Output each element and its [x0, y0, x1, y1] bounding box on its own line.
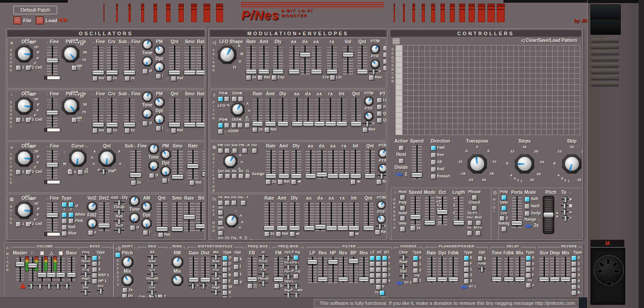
seq-cell[interactable]	[425, 96, 430, 101]
rate-slider[interactable]	[266, 149, 276, 179]
slider-handle[interactable]	[327, 173, 339, 178]
seq-cell[interactable]	[419, 113, 424, 118]
seq-cell[interactable]	[553, 57, 557, 62]
smo-slider[interactable]	[172, 149, 183, 180]
k-checkbox[interactable]	[233, 257, 239, 262]
mini-slider-handle[interactable]	[30, 283, 33, 289]
soft-checkbox[interactable]	[524, 197, 530, 202]
seq-cell[interactable]	[569, 68, 574, 73]
seq-cell[interactable]	[486, 62, 491, 68]
seq-cell[interactable]	[458, 96, 463, 101]
seq-cell[interactable]	[419, 68, 424, 73]
x-checkbox[interactable]	[143, 230, 148, 235]
seq-cell[interactable]	[508, 68, 513, 73]
x-checkbox[interactable]	[349, 231, 354, 237]
seq-cell[interactable]	[408, 102, 413, 107]
alt-checkbox[interactable]	[431, 160, 436, 165]
mini-slider[interactable]	[369, 70, 378, 74]
slider-handle[interactable]	[307, 259, 318, 264]
checkbox[interactable]	[400, 205, 405, 211]
seq-cell[interactable]	[408, 51, 413, 57]
seq-cell[interactable]	[519, 107, 524, 112]
mix-slider[interactable]	[561, 256, 570, 283]
1-checkbox[interactable]	[16, 117, 21, 123]
mini-slider[interactable]	[284, 284, 292, 288]
seq-cell[interactable]	[436, 79, 441, 84]
seq-cell[interactable]	[419, 118, 424, 123]
seq-cell[interactable]	[453, 124, 457, 129]
seq-cell[interactable]	[475, 129, 480, 135]
seq-cell[interactable]	[525, 124, 530, 129]
seq-cell[interactable]	[469, 107, 474, 112]
seq-cell[interactable]	[480, 96, 485, 101]
checkbox[interactable]	[68, 202, 74, 207]
slider-handle[interactable]	[98, 223, 110, 228]
slider-handle[interactable]	[168, 70, 181, 75]
seq-cell[interactable]	[497, 74, 502, 79]
seq-cell[interactable]	[536, 85, 541, 90]
checkbox[interactable]	[62, 225, 67, 230]
seq-cell[interactable]	[564, 118, 569, 123]
mode-slider[interactable]: ▼▲²▲▼²▼▲▲▼▼▲Off	[425, 196, 435, 225]
seq-row-header[interactable]	[396, 79, 402, 84]
dly-dpt-knob[interactable]	[129, 213, 140, 223]
slider-handle[interactable]	[560, 277, 571, 282]
seq-cell[interactable]	[458, 85, 463, 90]
seq-cell[interactable]	[425, 45, 430, 51]
seq-row-header[interactable]	[396, 45, 402, 51]
seq-cell[interactable]	[453, 113, 457, 118]
mini-slider-handle[interactable]	[118, 200, 121, 206]
seq-cell[interactable]	[503, 107, 507, 112]
seq-cell[interactable]	[447, 113, 452, 118]
adsr-checkbox[interactable]	[218, 129, 223, 134]
seq-cell[interactable]	[403, 45, 407, 51]
rate-slider[interactable]	[253, 97, 262, 127]
seq-cell[interactable]	[441, 68, 446, 73]
mini-slider-handle[interactable]	[151, 280, 154, 287]
fdbk-slider[interactable]	[504, 256, 513, 283]
sustain-slider[interactable]	[327, 201, 337, 231]
low-mini-slider[interactable]	[211, 281, 221, 285]
noise-pan-mini-slider[interactable]	[63, 283, 71, 287]
seq-cell[interactable]	[519, 118, 524, 123]
checkbox[interactable]	[476, 220, 481, 226]
seq-cell[interactable]	[458, 129, 463, 135]
seq-cell[interactable]	[525, 45, 530, 51]
slider-handle[interactable]	[491, 277, 502, 282]
seq-cell[interactable]	[441, 90, 446, 96]
slider-handle[interactable]	[37, 272, 47, 277]
1-checkbox[interactable]	[16, 222, 21, 227]
dly-slider[interactable]	[278, 97, 288, 127]
curve-knob[interactable]	[69, 149, 87, 167]
mini-slider-handle[interactable]	[564, 197, 567, 203]
seq-cell[interactable]	[436, 85, 441, 90]
mini-slider-handle[interactable]	[402, 264, 405, 270]
1-checkbox[interactable]	[16, 169, 21, 175]
checkbox[interactable]	[224, 123, 229, 128]
seq-cell[interactable]	[464, 107, 469, 112]
seq-cell[interactable]	[414, 85, 419, 90]
slider-handle[interactable]	[265, 173, 277, 178]
seq-cell[interactable]	[430, 102, 435, 107]
slider-handle[interactable]	[426, 277, 437, 282]
seq-cell[interactable]	[486, 51, 491, 57]
next-patch-arrow[interactable]: ▶	[64, 16, 68, 23]
seq-cell[interactable]	[419, 90, 424, 96]
slider-handle[interactable]	[156, 226, 168, 231]
seq-cell[interactable]	[575, 124, 580, 129]
checkbox[interactable]	[218, 220, 223, 226]
slider-handle[interactable]	[171, 174, 184, 179]
seq-cell[interactable]	[514, 85, 519, 90]
slider-handle[interactable]	[437, 277, 448, 282]
slider-handle[interactable]	[358, 277, 369, 282]
seq-cell[interactable]	[497, 124, 502, 129]
seq-cell[interactable]	[441, 45, 446, 51]
seq-cell[interactable]	[436, 124, 441, 129]
op1-sig-checkbox[interactable]	[293, 255, 299, 260]
seq-cell[interactable]	[436, 90, 441, 96]
seq-cell[interactable]	[425, 85, 430, 90]
seq-cell[interactable]	[480, 129, 485, 135]
seq-cell[interactable]	[497, 45, 502, 51]
2-checkbox[interactable]	[413, 268, 418, 273]
checkbox[interactable]	[218, 148, 223, 153]
